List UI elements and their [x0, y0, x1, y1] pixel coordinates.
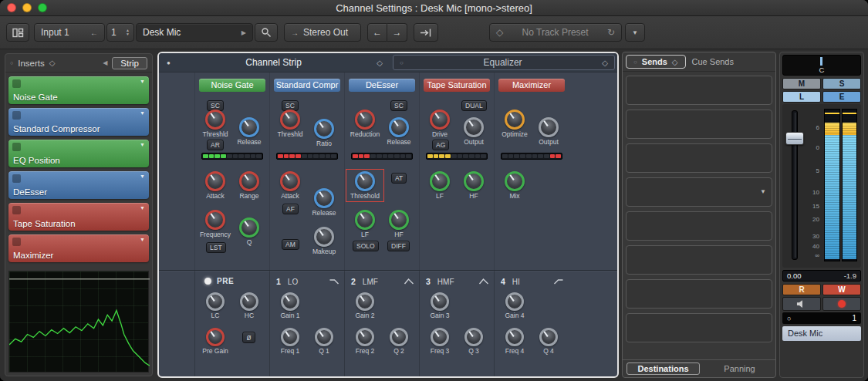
auto-makeup-button[interactable]: AM	[282, 239, 299, 250]
plugin-state-icon[interactable]	[12, 143, 21, 151]
gain-knob[interactable]	[431, 292, 449, 311]
track-preset-selector[interactable]: ◇ No Track Preset ↻	[489, 23, 622, 42]
phase-button[interactable]: ø	[242, 332, 255, 343]
diff-button[interactable]: DIFF	[387, 241, 410, 251]
zoom-button[interactable]	[38, 3, 47, 12]
chevron-down-icon[interactable]: ▼	[140, 142, 145, 147]
output-knob[interactable]	[464, 117, 484, 137]
makeup-knob[interactable]	[314, 227, 334, 247]
plugin-state-icon[interactable]	[12, 174, 21, 183]
listen-button[interactable]: L	[782, 91, 821, 103]
high-freq-knob[interactable]	[389, 210, 409, 230]
peak-level-value[interactable]: -1.9	[844, 271, 856, 280]
solo-button[interactable]: SOLO	[353, 241, 379, 251]
listen-filter-button[interactable]: LST	[206, 242, 226, 253]
q-knob[interactable]	[390, 328, 408, 346]
channel-overview-button[interactable]	[6, 23, 29, 42]
send-slot-8[interactable]	[626, 313, 772, 342]
strip-slot-deesser[interactable]: ▼ DeEsser	[8, 171, 149, 199]
auto-gain-button[interactable]: AG	[432, 140, 449, 150]
optimize-knob[interactable]	[505, 110, 525, 130]
chevron-down-icon[interactable]: ▼	[140, 237, 145, 242]
range-knob[interactable]	[239, 171, 259, 191]
band-type[interactable]: LO	[288, 278, 298, 286]
sidechain-button[interactable]: SC	[390, 100, 407, 111]
strip-slot-noise-gate[interactable]: ▼ Noise Gate	[8, 76, 149, 104]
tab-equalizer[interactable]: ○ Equalizer ◇	[393, 55, 615, 70]
chevron-down-icon[interactable]: ▼	[140, 174, 145, 179]
chevron-down-icon[interactable]: ▼	[760, 188, 766, 195]
gain-knob[interactable]	[505, 292, 524, 311]
prev-channel-button[interactable]: ←	[367, 23, 387, 42]
tab-strip[interactable]: Strip	[112, 57, 147, 69]
plugin-state-icon[interactable]	[12, 111, 21, 120]
input-routing-selector[interactable]: Input 1 ←	[34, 23, 105, 42]
send-slot-5[interactable]	[626, 211, 772, 241]
gain-knob[interactable]	[281, 292, 299, 311]
collapse-icon[interactable]: ◀	[103, 59, 107, 66]
tab-channel-strip[interactable]: ● Channel Strip ◇	[159, 53, 390, 72]
module-title[interactable]: Maximizer	[498, 79, 565, 92]
frequency-knob[interactable]	[205, 210, 225, 230]
tab-cue-sends[interactable]: Cue Sends	[692, 57, 734, 66]
output-routing-selector[interactable]: → Stereo Out	[284, 23, 361, 42]
reduction-knob[interactable]	[355, 110, 375, 130]
channel-number-stepper[interactable]: 1 ▲ ▼	[106, 23, 134, 42]
release-knob[interactable]	[239, 117, 259, 137]
dual-mode-button[interactable]: DUAL	[461, 100, 487, 111]
freq-knob[interactable]	[281, 328, 299, 346]
goto-channel-button[interactable]	[414, 23, 438, 42]
stepper-down-icon[interactable]: ▼	[126, 32, 130, 36]
minimize-button[interactable]	[22, 3, 32, 12]
preset-dropdown-button[interactable]: ▼	[625, 23, 645, 42]
attack-knob[interactable]	[205, 171, 225, 191]
pre-gain-knob[interactable]	[206, 328, 225, 346]
threshold-knob[interactable]	[280, 110, 300, 130]
freq-knob[interactable]	[356, 328, 374, 346]
mix-knob[interactable]	[505, 171, 525, 191]
tab-sends[interactable]: ○ Sends ◇	[626, 55, 686, 69]
module-title[interactable]: Tape Saturation	[424, 79, 490, 92]
threshold-knob[interactable]	[205, 110, 225, 130]
q-knob[interactable]	[464, 328, 483, 346]
channel-name-label[interactable]: Desk Mic	[782, 326, 861, 341]
plugin-state-icon[interactable]	[12, 206, 21, 214]
low-freq-knob[interactable]	[430, 171, 450, 191]
module-title[interactable]: Standard Compr	[274, 79, 340, 92]
read-automation-button[interactable]: R	[782, 284, 821, 295]
auto-release-button[interactable]: AR	[207, 140, 224, 150]
strip-slot-maximizer[interactable]: ▼ Maximizer	[8, 234, 149, 262]
band-type[interactable]: HI	[512, 278, 520, 286]
high-freq-knob[interactable]	[464, 171, 484, 191]
tab-destinations[interactable]: Destinations	[627, 362, 700, 375]
close-button[interactable]	[7, 3, 16, 12]
auto-threshold-button[interactable]: AT	[391, 173, 407, 184]
freq-knob[interactable]	[431, 328, 449, 346]
send-slot-4[interactable]: ▼	[626, 177, 772, 207]
auto-fast-button[interactable]: AF	[282, 204, 299, 214]
pre-led-icon[interactable]	[204, 278, 211, 285]
chevron-down-icon[interactable]: ▼	[140, 110, 145, 116]
low-freq-knob[interactable]	[355, 210, 375, 230]
high-cut-knob[interactable]	[240, 292, 258, 311]
solo-button[interactable]: S	[822, 78, 861, 89]
strip-slot-tape-saturation[interactable]: ▼ Tape Saturation	[8, 203, 149, 231]
send-sl ot-3[interactable]	[626, 143, 772, 173]
search-channel-button[interactable]	[255, 23, 278, 42]
monitor-button[interactable]	[782, 297, 821, 311]
send-slot-1[interactable]	[626, 76, 772, 105]
edit-channel-button[interactable]: E	[822, 91, 861, 103]
pan-control[interactable]: C	[782, 55, 861, 76]
low-cut-knob[interactable]	[206, 292, 225, 311]
plugin-state-icon[interactable]	[12, 238, 21, 246]
module-title[interactable]: Noise Gate	[199, 79, 265, 92]
fader-handle[interactable]	[785, 132, 804, 145]
module-title[interactable]: DeEsser	[349, 79, 415, 92]
fader-level-value[interactable]: 0.00	[787, 271, 802, 280]
plugin-state-icon[interactable]	[12, 79, 21, 88]
chevron-down-icon[interactable]: ▼	[140, 79, 145, 84]
send-slot-7[interactable]	[626, 279, 772, 309]
ratio-knob[interactable]	[314, 119, 334, 139]
attack-knob[interactable]	[280, 171, 300, 191]
strip-slot-eq-position[interactable]: ▼ EQ Position	[8, 140, 149, 167]
